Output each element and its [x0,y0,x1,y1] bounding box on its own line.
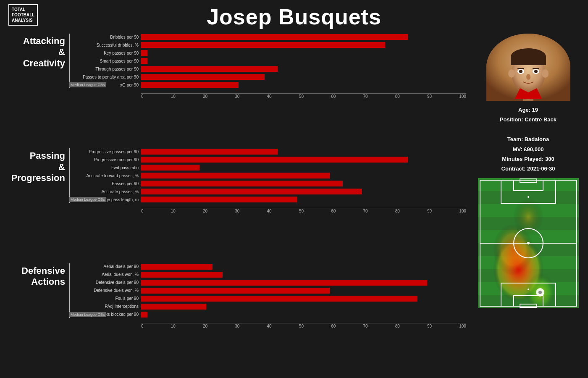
axis-container: 0102030405060708090100 [69,320,466,328]
bar-track [141,173,466,178]
bar-track [141,42,466,48]
bar-row: xG per 90 [69,81,466,88]
bar-label: Defensive duels won, % [69,288,139,293]
bar-label: Fouls per 90 [69,296,139,301]
bar-row: Progressive passes per 90 [69,148,466,155]
axis-tick: 10 [171,324,176,328]
median-label: Median League CBs [69,197,106,202]
section-label-passing: Passing&Progression [4,148,69,184]
axis-tick: 100 [459,324,466,328]
axis-tick: 40 [267,209,272,213]
bar-label: Defensive duels per 90 [69,280,139,285]
svg-point-10 [534,70,538,73]
axis-tick: 60 [331,324,336,328]
charts-area: Attacking&CreativityDribbles per 90Succe… [4,34,466,374]
bar-fill [141,312,147,318]
bar-fill [141,34,408,40]
bar-fill [141,50,147,56]
median-label: Median League CBs [69,312,106,317]
bar-row: Key passes per 90 [69,50,466,56]
bar-fill [141,82,239,88]
header: TOTAL FOOTBALL ANALYSIS Josep Busquets [0,0,588,34]
bar-track [141,165,466,171]
bar-row: Smart passes per 90 [69,58,466,64]
section-label-defensive: DefensiveActions [4,263,69,288]
axis-tick: 50 [299,94,304,99]
bar-track [141,304,466,310]
bar-track [141,181,466,186]
axis-tick: 90 [427,209,432,213]
axis-tick: 60 [331,94,336,99]
bar-track [141,280,466,286]
section-label-attacking: Attacking&Creativity [4,34,69,69]
bar-row: Shots blocked per 90 [69,311,466,318]
bar-fill [141,149,278,155]
bar-label: Smart passes per 90 [69,59,139,63]
bar-label: PAdj Interceptions [69,304,139,309]
position-label: Position: Centre Back [500,115,556,124]
axis-tick: 10 [171,209,176,213]
axis-container: 0102030405060708090100 [69,205,466,213]
bar-label: Aerial duels won, % [69,272,139,277]
chart-section-attacking: Attacking&CreativityDribbles per 90Succe… [4,34,466,144]
chart-section-defensive: DefensiveActionsAerial duels per 90Aeria… [4,263,466,374]
axis-container: 0102030405060708090100 [69,90,466,98]
svg-point-6 [542,69,549,78]
bar-label: Aerial duels per 90 [69,264,139,269]
logo: TOTAL FOOTBALL ANALYSIS [8,4,38,26]
axis-tick: 90 [427,94,432,99]
bar-label: Fwd pass ratio [69,165,139,170]
axis-tick: 0 [141,209,144,213]
bar-row: Defensive duels per 90 [69,279,466,286]
chart-section-passing: Passing&ProgressionProgressive passes pe… [4,148,466,259]
svg-rect-11 [517,68,524,69]
bar-row: Fouls per 90 [69,295,466,302]
axis-tick: 30 [235,94,239,99]
chart-content-defensive: Aerial duels per 90Aerial duels won, %De… [69,263,466,328]
axis-tick: 10 [171,94,176,99]
bar-row: Accurate forward passes, % [69,172,466,179]
page-container: TOTAL FOOTBALL ANALYSIS Josep Busquets A… [0,0,588,378]
axis-tick: 50 [299,324,304,328]
bar-fill [141,288,330,294]
bar-fill [141,58,147,64]
bar-track [141,272,466,278]
bar-fill [141,280,427,286]
bar-track [141,50,466,56]
bar-fill [141,296,417,302]
bar-track [141,74,466,80]
bar-fill [141,272,223,278]
axis-tick: 30 [235,324,239,328]
bar-track [141,149,466,155]
bar-track [141,312,466,318]
svg-point-27 [527,242,530,244]
axis-track: 0102030405060708090100 [141,205,466,213]
axis-tick: 50 [299,209,304,213]
player-name: Josep Busquets [207,4,381,29]
axis-tick: 40 [267,94,272,99]
svg-point-37 [538,291,542,294]
bar-row: PAdj Interceptions [69,303,466,310]
age-label: Age: 19 [500,105,556,115]
bar-fill [141,264,213,270]
bar-label: Through passes per 90 [69,67,139,71]
bar-track [141,58,466,64]
median-label: Median League CBs [69,82,106,87]
bar-label: Passes to penalty area per 90 [69,75,139,79]
heatmap-container [478,178,579,308]
bar-fill [141,74,265,80]
bar-label: Dribbles per 90 [69,35,139,39]
svg-point-9 [519,70,522,73]
bar-row: Aerial duels won, % [69,271,466,278]
bar-track [141,66,466,72]
chart-content-passing: Progressive passes per 90Progressive run… [69,148,466,213]
bar-fill [141,197,297,202]
bar-track [141,157,466,163]
bar-label: Accurate forward passes, % [69,173,139,178]
axis-tick: 80 [395,209,400,213]
svg-point-5 [508,69,515,78]
bar-track [141,82,466,88]
svg-rect-12 [533,68,539,69]
axis-tick: 0 [141,324,144,328]
svg-point-13 [526,74,530,80]
